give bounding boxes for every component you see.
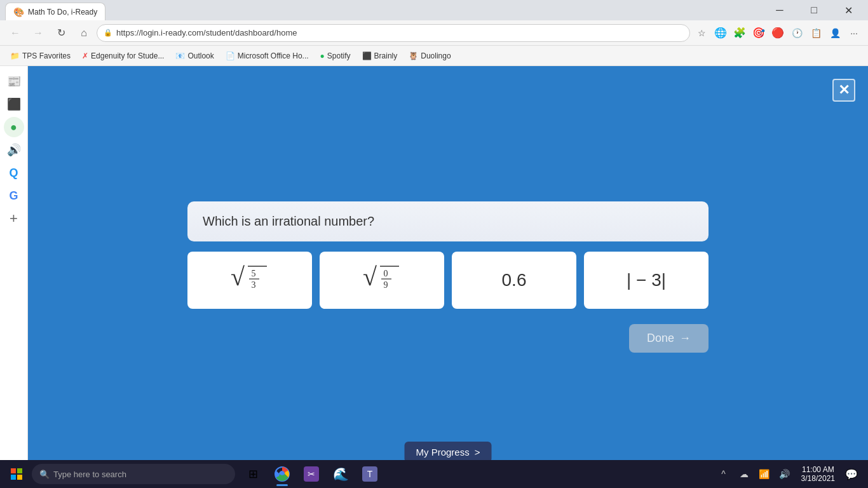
maximize-button[interactable]: □ — [799, 0, 829, 20]
svg-text:√: √ — [363, 262, 377, 291]
answer-d-text: | − 3| — [627, 270, 666, 290]
history-icon[interactable]: 🕐 — [788, 24, 806, 42]
taskbar-apps: ⊞ ✂ 🌊 T — [239, 460, 384, 488]
teams-icon: T — [362, 466, 377, 482]
bookmark-edgenuity-label: Edgenuity for Stude... — [91, 51, 164, 60]
bookmark-outlook-label: Outlook — [187, 51, 214, 60]
taskbar-task-view[interactable]: ⊞ — [239, 460, 267, 488]
ext-sidebar-icon-3[interactable]: ● — [4, 117, 24, 137]
ext-sidebar-icon-4[interactable]: 🔊 — [4, 140, 24, 160]
active-tab[interactable]: 🎨 Math To Do, i-Ready — [5, 3, 105, 20]
system-clock[interactable]: 11:00 AM 3/18/2021 — [796, 465, 840, 483]
my-progress-label: My Progress — [416, 447, 470, 458]
address-bar[interactable]: 🔒 https://login.i-ready.com/student/dash… — [97, 24, 690, 42]
tray-onedrive[interactable]: ☁ — [735, 465, 753, 483]
iready-close-button[interactable]: ✕ — [832, 79, 855, 102]
answer-card-a[interactable]: √ 5 3 — [187, 252, 312, 309]
ext-sidebar-add[interactable]: + — [4, 208, 24, 229]
start-button[interactable] — [3, 460, 31, 488]
back-button[interactable]: ← — [5, 23, 25, 43]
done-arrow-icon: → — [679, 332, 691, 345]
bookmark-duolingo[interactable]: 🦉 Duolingo — [403, 48, 456, 64]
tray-network[interactable]: 📶 — [756, 465, 773, 483]
my-progress-arrow-icon: > — [475, 447, 480, 458]
done-button[interactable]: Done → — [629, 324, 709, 353]
bookmarks-bar: 📁 TPS Favorites ✗ Edgenuity for Stude...… — [0, 46, 868, 66]
bookmark-tps[interactable]: 📁 TPS Favorites — [5, 48, 76, 64]
answer-card-b[interactable]: √ 0 9 — [320, 252, 444, 309]
collections-icon[interactable]: 📋 — [807, 24, 825, 42]
minimize-button[interactable]: ─ — [765, 0, 794, 20]
bookmark-outlook[interactable]: 📧 Outlook — [170, 48, 219, 64]
favorites-icon[interactable]: ☆ — [693, 24, 710, 42]
taskbar-teams[interactable]: T — [356, 460, 384, 488]
ext-sidebar-icon-5[interactable]: Q — [4, 163, 24, 183]
taskbar: 🔍 Type here to search ⊞ ✂ — [0, 460, 868, 488]
main-content-area: ✕ Which is an irrational number? — [28, 66, 868, 488]
ext-sidebar-icon-6[interactable]: G — [4, 186, 24, 206]
bookmark-duolingo-icon: 🦉 — [409, 51, 418, 60]
answer-card-c[interactable]: 0.6 — [452, 252, 576, 309]
svg-rect-13 — [17, 475, 22, 480]
bookmark-brainly[interactable]: ⬛ Brainly — [357, 48, 403, 64]
bookmark-outlook-icon: 📧 — [175, 51, 185, 60]
answer-c-text: 0.6 — [502, 270, 527, 290]
bookmark-brainly-label: Brainly — [374, 51, 398, 60]
taskbar-edge[interactable]: 🌊 — [327, 460, 355, 488]
answer-card-d[interactable]: | − 3| — [584, 252, 709, 309]
toolbar-actions: ☆ 🌐 🧩 🎯 🔴 🕐 📋 👤 ··· — [693, 24, 863, 42]
bookmark-edgenuity[interactable]: ✗ Edgenuity for Stude... — [77, 48, 169, 64]
tab-title: Math To Do, i-Ready — [28, 8, 97, 17]
close-window-button[interactable]: ✕ — [834, 0, 863, 20]
bookmark-duolingo-label: Duolingo — [421, 51, 451, 60]
extension-icon-3[interactable]: 🔴 — [769, 24, 787, 42]
notification-center-button[interactable]: 💬 — [843, 465, 860, 483]
taskbar-snip[interactable]: ✂ — [297, 460, 325, 488]
task-view-icon: ⊞ — [245, 466, 261, 482]
chrome-active-indicator — [276, 484, 288, 486]
svg-text:3: 3 — [252, 280, 256, 290]
bookmark-spotify-label: Spotify — [327, 51, 351, 60]
tab-area: 🎨 Math To Do, i-Ready — [5, 0, 105, 20]
svg-rect-11 — [17, 468, 22, 473]
bookmark-brainly-icon: ⬛ — [362, 51, 372, 60]
extension-icon-2[interactable]: 🎯 — [750, 24, 768, 42]
forward-button[interactable]: → — [28, 23, 48, 43]
ext-sidebar-icon-1[interactable]: 📰 — [4, 71, 24, 92]
tab-favicon: 🎨 — [13, 7, 24, 17]
bookmark-office[interactable]: 📄 Microsoft Office Ho... — [220, 48, 314, 64]
bookmark-office-label: Microsoft Office Ho... — [238, 51, 309, 60]
question-container: Which is an irrational number? √ — [187, 201, 709, 353]
bookmark-spotify-icon: ● — [320, 51, 325, 60]
answer-b-math: √ 0 9 — [360, 261, 404, 300]
taskbar-search[interactable]: 🔍 Type here to search — [32, 464, 235, 484]
user-profile-icon[interactable]: 👤 — [826, 24, 844, 42]
refresh-button[interactable]: ↻ — [51, 23, 71, 43]
home-button[interactable]: ⌂ — [74, 23, 94, 43]
chrome-icon — [275, 466, 290, 482]
bookmark-spotify[interactable]: ● Spotify — [315, 48, 356, 64]
settings-menu-icon[interactable]: ··· — [845, 24, 863, 42]
profile-icon-1[interactable]: 🌐 — [712, 24, 729, 42]
edge-icon: 🌊 — [333, 466, 348, 482]
svg-text:5: 5 — [252, 269, 256, 278]
svg-text:√: √ — [231, 262, 245, 291]
svg-rect-12 — [11, 475, 16, 480]
iready-app: ✕ Which is an irrational number? — [28, 66, 868, 488]
question-box: Which is an irrational number? — [187, 201, 709, 241]
clock-time: 11:00 AM — [802, 465, 834, 474]
ext-sidebar-icon-2[interactable]: ⬛ — [4, 94, 24, 114]
svg-rect-10 — [11, 468, 16, 473]
answers-row: √ 5 3 — [187, 252, 709, 309]
snip-icon: ✂ — [304, 466, 319, 482]
system-tray: ^ ☁ 📶 🔊 11:00 AM 3/18/2021 💬 — [710, 465, 865, 483]
taskbar-chrome[interactable] — [268, 460, 296, 488]
bookmark-tps-label: TPS Favorites — [22, 51, 71, 60]
extension-icon-1[interactable]: 🧩 — [731, 24, 749, 42]
clock-date: 3/18/2021 — [801, 474, 835, 483]
tray-volume[interactable]: 🔊 — [776, 465, 794, 483]
tray-chevron[interactable]: ^ — [715, 465, 733, 483]
nav-toolbar: ← → ↻ ⌂ 🔒 https://login.i-ready.com/stud… — [0, 20, 868, 46]
window-controls: ─ □ ✕ — [765, 0, 863, 20]
taskbar-search-icon: 🔍 — [39, 470, 50, 479]
